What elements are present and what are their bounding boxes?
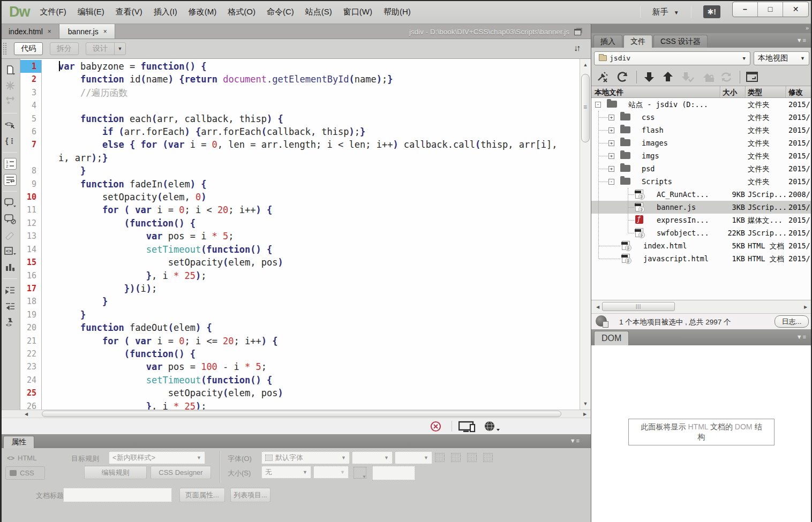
font-select[interactable]: 默认字体▼ — [261, 451, 350, 464]
css-designer-button[interactable]: CSS Designer — [151, 466, 211, 479]
files-horizontal-scrollbar[interactable]: ◀ ||| ▶ — [591, 300, 812, 313]
expand-node-icon[interactable]: + — [608, 166, 614, 172]
page-properties-button[interactable]: 页面属性... — [179, 488, 225, 502]
code-hints-icon[interactable]: <> — [4, 245, 17, 257]
editor-vertical-scrollbar[interactable]: ▲ ▼ — [580, 59, 591, 410]
size-unit-select[interactable]: ▼ — [313, 466, 349, 479]
line-numbers-icon[interactable]: 12 — [4, 158, 17, 170]
sort-icon[interactable]: ↓↑ — [574, 43, 579, 53]
close-tab-icon[interactable]: × — [48, 28, 51, 35]
file-name[interactable]: images — [642, 139, 668, 147]
panel-tab-CSS 设计器[interactable]: CSS 设计器 — [653, 35, 708, 48]
col-size[interactable]: 大小 — [723, 88, 737, 97]
menu-window[interactable]: 窗口(W) — [343, 7, 372, 17]
remove-comment-icon[interactable] — [4, 213, 17, 225]
line-number-21[interactable]: 21 — [20, 335, 42, 347]
vertical-scroll-thumb[interactable] — [581, 74, 590, 142]
menu-modify[interactable]: 修改(M) — [189, 7, 217, 17]
line-number-22[interactable]: 22 — [20, 347, 42, 360]
line-number-13[interactable]: 13 — [20, 230, 42, 243]
expand-node-icon[interactable]: + — [608, 127, 614, 133]
line-number-17[interactable]: 17 — [20, 282, 42, 295]
maximize-button[interactable]: □ — [758, 2, 783, 17]
panel-tab-文件[interactable]: 文件 — [623, 35, 652, 48]
check-out-icon[interactable] — [680, 71, 695, 84]
expand-node-icon[interactable]: + — [608, 115, 614, 120]
doc-tab-index.html[interactable]: index.html× — [0, 24, 59, 39]
menu-file[interactable]: 文件(F) — [40, 7, 66, 17]
live-code-icon[interactable] — [4, 80, 17, 92]
scroll-down-icon[interactable]: ▼ — [581, 399, 590, 408]
align-right-icon[interactable] — [467, 453, 477, 462]
line-number-3[interactable]: 3 — [20, 86, 42, 99]
file-row-imgs[interactable]: +imgs文件夹2015/ — [591, 149, 812, 162]
line-number-8[interactable]: 8 — [20, 164, 42, 177]
css-mode-button[interactable]: CSS — [5, 466, 45, 480]
collapse-node-icon[interactable]: - — [595, 102, 601, 108]
menu-format[interactable]: 格式(O) — [228, 7, 255, 17]
line-number-20[interactable]: 20 — [20, 321, 42, 334]
split-view-button[interactable]: 拆分 — [50, 42, 79, 55]
file-row-jsdivD...[interactable]: -站点 - jsdiv (D:...文件夹2015/ — [591, 98, 812, 111]
align-justify-icon[interactable] — [483, 453, 493, 462]
doc-tab-banner.js[interactable]: banner.js× — [59, 24, 115, 39]
scroll-right-icon[interactable]: ▶ — [581, 411, 589, 418]
code-area[interactable]: 1var babyzone = function() {2 function i… — [20, 60, 569, 410]
source-refresh-icon[interactable]: * — [4, 96, 17, 108]
toolbar-grip[interactable] — [3, 42, 7, 55]
file-row-javascript.html[interactable]: javascript.html1KBHTML 文档2015/ — [591, 252, 812, 265]
error-check-icon[interactable] — [430, 421, 441, 432]
apply-comment-icon[interactable] — [4, 197, 17, 209]
minimize-button[interactable]: – — [733, 2, 758, 17]
dom-panel-menu-icon[interactable]: ▼≡ — [796, 334, 807, 340]
panel-tab-插入[interactable]: 插入 — [593, 35, 622, 48]
close-button[interactable]: ✕ — [783, 2, 808, 17]
file-row-index.html[interactable]: index.html5KBHTML 文档2015/ — [591, 239, 812, 252]
file-row-banner.js[interactable]: banner.js3KBJScrip...2015/ — [591, 201, 812, 214]
log-button[interactable]: 日志... — [775, 315, 809, 328]
file-name[interactable]: Scripts — [642, 177, 672, 186]
preview-globe-icon[interactable] — [484, 420, 501, 433]
file-name[interactable]: psd — [642, 164, 655, 173]
get-files-icon[interactable] — [642, 71, 656, 84]
line-number-15[interactable]: 15 — [20, 256, 42, 269]
file-row-flash[interactable]: +flash文件夹2015/ — [591, 124, 812, 137]
file-name[interactable]: imgs — [642, 152, 659, 160]
line-number-25[interactable]: 25 — [20, 387, 42, 399]
line-number-1[interactable]: 1 — [20, 60, 42, 73]
refresh-icon[interactable] — [616, 71, 630, 84]
line-number-9[interactable]: 9 — [20, 178, 42, 191]
line-number-24[interactable]: 24 — [20, 374, 42, 387]
word-wrap-icon[interactable] — [4, 174, 17, 186]
line-number-12[interactable]: 12 — [20, 217, 42, 230]
line-number-11[interactable]: 11 — [20, 203, 42, 216]
collapse-full-tag-icon[interactable]: {⋮} — [4, 135, 17, 147]
expand-panel-icon[interactable] — [746, 71, 760, 84]
open-documents-icon[interactable] — [4, 64, 17, 75]
sync-badge-icon[interactable]: ✱! — [703, 5, 720, 18]
html-mode-button[interactable]: <>HTML — [7, 454, 36, 462]
file-name[interactable]: javascript.html — [643, 254, 709, 263]
synchronize-icon[interactable] — [719, 71, 733, 84]
line-number-18[interactable]: 18 — [20, 295, 42, 308]
format-source-icon[interactable]: <> — [4, 316, 17, 328]
file-name[interactable]: css — [642, 113, 655, 122]
workspace-switcher[interactable]: 新手▼ — [652, 7, 679, 17]
file-name[interactable]: index.html — [643, 241, 687, 250]
device-preview-icon[interactable] — [458, 421, 478, 433]
line-number-26[interactable]: 26 — [20, 400, 42, 410]
font-weight-select[interactable]: ▼ — [395, 451, 432, 464]
cascade-windows-icon[interactable] — [574, 29, 581, 35]
col-local-files[interactable]: 本地文件 — [595, 88, 623, 97]
file-row-swfobject...[interactable]: swfobject...22KBJScrip...2015/ — [591, 226, 812, 239]
line-number-14[interactable]: 14 — [20, 243, 42, 256]
files-scroll-thumb[interactable]: ||| — [602, 302, 675, 311]
doc-title-input[interactable] — [63, 488, 172, 502]
line-number-5[interactable]: 5 — [20, 112, 42, 125]
design-view-button[interactable]: 设计 — [86, 42, 115, 55]
tab-dom[interactable]: DOM — [594, 331, 629, 345]
line-number-7[interactable]: 7 — [20, 138, 42, 164]
code-navigator-icon[interactable]: <> — [4, 119, 17, 131]
collapse-node-icon[interactable]: - — [608, 179, 614, 185]
font-style-select[interactable]: ▼ — [352, 451, 393, 464]
